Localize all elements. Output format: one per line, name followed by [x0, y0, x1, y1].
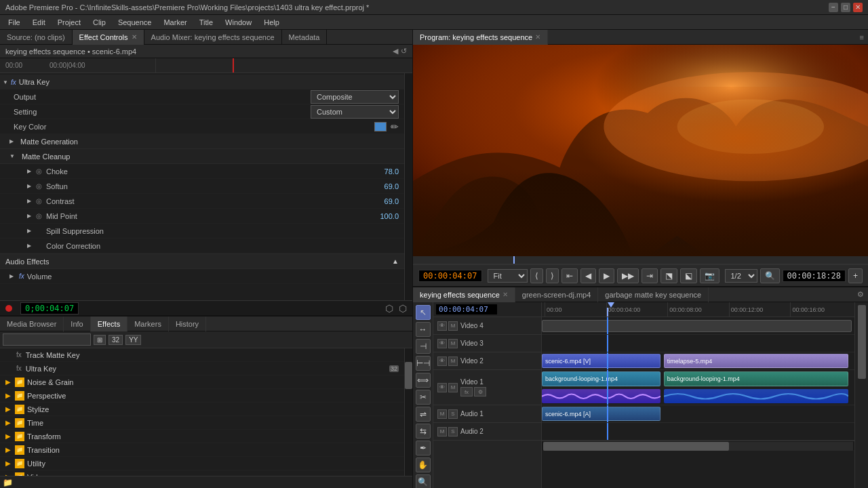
mark-out-button[interactable]: ⟩ — [546, 268, 559, 283]
overwrite-button[interactable]: ⬕ — [680, 268, 697, 283]
tab-timeline-garbage[interactable]: garbage matte key sequence — [598, 287, 709, 302]
tab-markers[interactable]: Markers — [127, 317, 169, 331]
item-transform[interactable]: ▶ 📁 Transform — [0, 430, 404, 443]
item-stylize[interactable]: ▶ 📁 Stylize — [0, 403, 404, 416]
item-track-matte-key[interactable]: fx Track Matte Key — [0, 348, 404, 362]
tab-effects[interactable]: Effects — [91, 317, 127, 331]
tab-audio-mixer[interactable]: Audio Mixer: keying effects sequence — [144, 30, 282, 45]
tab-timeline-keying[interactable]: keying effects sequence ✕ — [413, 287, 515, 302]
insert-button[interactable]: ⬔ — [660, 268, 677, 283]
audio-effects-header[interactable]: Audio Effects ▲ — [0, 254, 404, 269]
menu-file[interactable]: File — [3, 17, 26, 28]
close-button[interactable]: ✕ — [853, 3, 863, 12]
menu-marker[interactable]: Marker — [158, 17, 192, 28]
menu-help[interactable]: Help — [258, 17, 285, 28]
tab-timeline-greenscreen[interactable]: green-screen-dj.mp4 — [515, 287, 599, 302]
mid-point-value[interactable]: 100.0 — [358, 212, 399, 220]
timeline-timecode-input[interactable] — [436, 304, 497, 314]
ec-clip-out-icon[interactable]: ⬡ — [399, 303, 407, 314]
slip-tool-button[interactable]: ⇌ — [416, 407, 431, 422]
tab-info[interactable]: Info — [64, 317, 90, 331]
menu-edit[interactable]: Edit — [27, 17, 51, 28]
key-color-swatch[interactable] — [374, 122, 387, 131]
ec-clip-in-icon[interactable]: ⬡ — [385, 303, 393, 314]
menu-sequence[interactable]: Sequence — [113, 17, 157, 28]
ultra-key-header[interactable]: ▼ fx Ultra Key — [0, 75, 404, 89]
v3-eye-icon[interactable]: 👁 — [437, 339, 447, 348]
tab-history[interactable]: History — [169, 317, 206, 331]
play-button[interactable]: ▶ — [599, 268, 614, 283]
item-transition[interactable]: ▶ 📁 Transition — [0, 443, 404, 457]
effects-search-input[interactable] — [3, 333, 91, 346]
monitor-quality-select[interactable]: 1/2 Full 1/4 — [725, 269, 757, 283]
monitor-current-timecode[interactable]: 00:00:04:07 — [418, 270, 481, 282]
menu-window[interactable]: Window — [220, 17, 257, 28]
a1-mute-icon[interactable]: M — [437, 409, 447, 419]
selection-tool-button[interactable]: ↖ — [416, 305, 431, 320]
razor-tool-button[interactable]: ✂ — [416, 390, 431, 405]
v2-eye-icon[interactable]: 👁 — [437, 357, 447, 366]
ec-vscrollbar[interactable] — [404, 73, 412, 300]
v4-bar-clip[interactable] — [542, 320, 852, 332]
slide-tool-button[interactable]: ⇆ — [416, 424, 431, 439]
monitor-scrub-track[interactable] — [413, 256, 868, 264]
export-frame-button[interactable]: 📷 — [700, 268, 719, 283]
v4-lock-icon[interactable]: M — [448, 321, 458, 331]
mark-in-button[interactable]: ⟨ — [530, 268, 543, 283]
effects-btn-yy[interactable]: YY — [125, 335, 141, 345]
matte-generation-header[interactable]: ▶ Matte Generation — [0, 134, 404, 149]
tab-effect-controls[interactable]: Effect Controls ✕ — [73, 30, 144, 45]
close-monitor-icon[interactable]: ✕ — [535, 33, 540, 41]
clip-scenic6-a[interactable]: scenic-6.mp4 [A] — [542, 407, 660, 421]
clip-timelapse5[interactable]: timelapse-5.mp4 — [664, 354, 848, 368]
tab-metadata[interactable]: Metadata — [282, 30, 328, 45]
tab-source[interactable]: Source: (no clips) — [0, 30, 73, 45]
close-effect-controls-icon[interactable]: ✕ — [132, 33, 137, 41]
zoom-tool-button[interactable]: 🔍 — [416, 474, 431, 488]
clip-bg-loop2-v1[interactable]: background-looping-1.mp4 — [664, 371, 848, 386]
eyedropper-icon[interactable]: ✏ — [391, 121, 399, 132]
v1-lock-icon[interactable]: M — [448, 383, 458, 392]
v1-eye-icon[interactable]: 👁 — [437, 383, 447, 392]
menu-clip[interactable]: Clip — [87, 17, 111, 28]
menu-title[interactable]: Title — [194, 17, 218, 28]
softun-value[interactable]: 69.0 — [358, 182, 399, 190]
a2-mute-icon[interactable]: M — [437, 427, 447, 436]
ec-reset-icon[interactable]: ↺ — [401, 47, 407, 56]
zoom-button[interactable]: 🔍 — [760, 268, 780, 283]
a1-solo-icon[interactable]: S — [448, 409, 458, 419]
go-out-button[interactable]: ⇥ — [642, 268, 658, 283]
prev-frame-button[interactable]: ◀ — [580, 268, 596, 283]
clip-scenic6-v[interactable]: scenic-6.mp4 [V] — [542, 354, 660, 368]
setting-dropdown[interactable]: Custom Default Aggressive — [311, 105, 399, 119]
effects-vscrollbar[interactable] — [404, 348, 412, 476]
tab-media-browser[interactable]: Media Browser — [0, 317, 64, 331]
pen-tool-button[interactable]: ✒ — [416, 441, 431, 455]
tab-program-monitor[interactable]: Program: keying effects sequence ✕ — [413, 30, 548, 45]
output-dropdown[interactable]: Composite Alpha Channel Color Channel — [311, 90, 399, 104]
effects-btn-icon1[interactable]: ⊞ — [94, 335, 106, 345]
v3-lock-icon[interactable]: M — [448, 339, 458, 348]
go-in-button[interactable]: ⇤ — [561, 268, 578, 283]
rate-stretch-tool-button[interactable]: ⟺ — [416, 373, 431, 388]
choke-value[interactable]: 78.0 — [358, 167, 399, 176]
add-marker-button[interactable]: + — [848, 268, 863, 283]
monitor-menu-icon[interactable]: ≡ — [856, 33, 868, 41]
hscroll-track[interactable] — [543, 442, 853, 451]
item-ultra-key[interactable]: fx Ultra Key 32 — [0, 362, 404, 375]
menu-project[interactable]: Project — [52, 17, 86, 28]
v1-extra-btn1[interactable]: fx — [460, 387, 473, 396]
ec-prev-icon[interactable]: ◀ — [393, 47, 398, 56]
minimize-button[interactable]: − — [829, 3, 838, 12]
item-perspective[interactable]: ▶ 📁 Perspective — [0, 389, 404, 403]
v2-lock-icon[interactable]: M — [448, 357, 458, 366]
v4-eye-icon[interactable]: 👁 — [437, 321, 447, 331]
audio-effects-expand-icon[interactable]: ▲ — [392, 258, 399, 265]
hand-tool-button[interactable]: ✋ — [416, 458, 431, 472]
item-utility[interactable]: ▶ 📁 Utility — [0, 457, 404, 470]
rolling-tool-button[interactable]: ⊢⊣ — [416, 356, 431, 371]
item-video[interactable]: ▶ 📁 Video — [0, 470, 404, 476]
ripple-tool-button[interactable]: ⊣ — [416, 339, 431, 354]
a2-solo-icon[interactable]: S — [448, 427, 458, 436]
new-folder-icon[interactable]: 📁 — [3, 478, 13, 487]
